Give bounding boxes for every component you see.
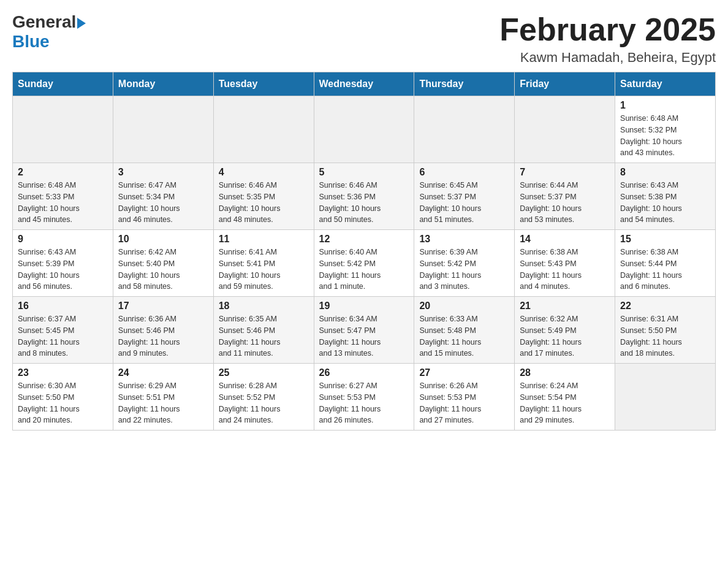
day-number: 4: [219, 167, 309, 178]
day-info: Sunrise: 6:48 AM Sunset: 5:33 PM Dayligh…: [18, 180, 108, 226]
day-number: 6: [419, 167, 509, 178]
day-number: 10: [118, 234, 208, 245]
calendar-cell: 10Sunrise: 6:42 AM Sunset: 5:40 PM Dayli…: [113, 230, 213, 297]
day-number: 7: [520, 167, 610, 178]
day-number: 16: [18, 301, 108, 312]
day-number: 9: [18, 234, 108, 245]
day-number: 26: [319, 367, 409, 378]
calendar-cell: 12Sunrise: 6:40 AM Sunset: 5:42 PM Dayli…: [314, 230, 414, 297]
calendar-cell: [414, 96, 515, 163]
logo-general-text: General: [12, 12, 76, 32]
calendar-cell: 20Sunrise: 6:33 AM Sunset: 5:48 PM Dayli…: [414, 297, 515, 364]
calendar-cell: [314, 96, 414, 163]
logo: General Blue: [12, 12, 86, 52]
calendar-cell: [113, 96, 213, 163]
day-info: Sunrise: 6:43 AM Sunset: 5:39 PM Dayligh…: [18, 247, 108, 293]
calendar-cell: 14Sunrise: 6:38 AM Sunset: 5:43 PM Dayli…: [515, 230, 615, 297]
calendar-table: SundayMondayTuesdayWednesdayThursdayFrid…: [12, 72, 716, 431]
day-info: Sunrise: 6:31 AM Sunset: 5:50 PM Dayligh…: [620, 313, 710, 359]
day-info: Sunrise: 6:34 AM Sunset: 5:47 PM Dayligh…: [319, 313, 409, 359]
day-number: 11: [219, 234, 309, 245]
calendar-cell: 21Sunrise: 6:32 AM Sunset: 5:49 PM Dayli…: [515, 297, 615, 364]
calendar-cell: [615, 364, 716, 431]
day-number: 3: [118, 167, 208, 178]
day-number: 17: [118, 301, 208, 312]
calendar-cell: 6Sunrise: 6:45 AM Sunset: 5:37 PM Daylig…: [414, 163, 515, 230]
calendar-week-row: 2Sunrise: 6:48 AM Sunset: 5:33 PM Daylig…: [13, 163, 716, 230]
calendar-cell: 26Sunrise: 6:27 AM Sunset: 5:53 PM Dayli…: [314, 364, 414, 431]
day-info: Sunrise: 6:43 AM Sunset: 5:38 PM Dayligh…: [620, 180, 710, 226]
day-info: Sunrise: 6:36 AM Sunset: 5:46 PM Dayligh…: [118, 313, 208, 359]
calendar-cell: 24Sunrise: 6:29 AM Sunset: 5:51 PM Dayli…: [113, 364, 213, 431]
calendar-cell: 3Sunrise: 6:47 AM Sunset: 5:34 PM Daylig…: [113, 163, 213, 230]
day-info: Sunrise: 6:37 AM Sunset: 5:45 PM Dayligh…: [18, 313, 108, 359]
day-info: Sunrise: 6:29 AM Sunset: 5:51 PM Dayligh…: [118, 380, 208, 426]
day-info: Sunrise: 6:38 AM Sunset: 5:44 PM Dayligh…: [620, 247, 710, 293]
day-number: 27: [419, 367, 509, 378]
weekday-header-monday: Monday: [113, 72, 213, 96]
day-number: 23: [18, 367, 108, 378]
calendar-cell: 19Sunrise: 6:34 AM Sunset: 5:47 PM Dayli…: [314, 297, 414, 364]
day-info: Sunrise: 6:42 AM Sunset: 5:40 PM Dayligh…: [118, 247, 208, 293]
day-number: 2: [18, 167, 108, 178]
day-info: Sunrise: 6:45 AM Sunset: 5:37 PM Dayligh…: [419, 180, 509, 226]
calendar-cell: 16Sunrise: 6:37 AM Sunset: 5:45 PM Dayli…: [13, 297, 113, 364]
day-number: 12: [319, 234, 409, 245]
calendar-cell: 13Sunrise: 6:39 AM Sunset: 5:42 PM Dayli…: [414, 230, 515, 297]
day-number: 19: [319, 301, 409, 312]
day-info: Sunrise: 6:46 AM Sunset: 5:36 PM Dayligh…: [319, 180, 409, 226]
day-info: Sunrise: 6:39 AM Sunset: 5:42 PM Dayligh…: [419, 247, 509, 293]
weekday-header-saturday: Saturday: [615, 72, 716, 96]
calendar-cell: 8Sunrise: 6:43 AM Sunset: 5:38 PM Daylig…: [615, 163, 716, 230]
day-info: Sunrise: 6:24 AM Sunset: 5:54 PM Dayligh…: [520, 380, 610, 426]
page-header: General Blue February 2025 Kawm Hamadah,…: [12, 12, 716, 66]
day-info: Sunrise: 6:46 AM Sunset: 5:35 PM Dayligh…: [219, 180, 309, 226]
calendar-cell: 17Sunrise: 6:36 AM Sunset: 5:46 PM Dayli…: [113, 297, 213, 364]
day-number: 22: [620, 301, 710, 312]
day-info: Sunrise: 6:35 AM Sunset: 5:46 PM Dayligh…: [219, 313, 309, 359]
location-text: Kawm Hamadah, Beheira, Egypt: [499, 50, 716, 66]
day-number: 1: [620, 100, 710, 111]
calendar-cell: 9Sunrise: 6:43 AM Sunset: 5:39 PM Daylig…: [13, 230, 113, 297]
weekday-header-sunday: Sunday: [13, 72, 113, 96]
day-number: 18: [219, 301, 309, 312]
day-number: 28: [520, 367, 610, 378]
day-number: 13: [419, 234, 509, 245]
day-number: 25: [219, 367, 309, 378]
calendar-cell: 18Sunrise: 6:35 AM Sunset: 5:46 PM Dayli…: [213, 297, 314, 364]
day-number: 5: [319, 167, 409, 178]
calendar-cell: 5Sunrise: 6:46 AM Sunset: 5:36 PM Daylig…: [314, 163, 414, 230]
calendar-cell: 23Sunrise: 6:30 AM Sunset: 5:50 PM Dayli…: [13, 364, 113, 431]
calendar-cell: 28Sunrise: 6:24 AM Sunset: 5:54 PM Dayli…: [515, 364, 615, 431]
calendar-week-row: 9Sunrise: 6:43 AM Sunset: 5:39 PM Daylig…: [13, 230, 716, 297]
title-section: February 2025 Kawm Hamadah, Beheira, Egy…: [499, 12, 716, 66]
day-info: Sunrise: 6:28 AM Sunset: 5:52 PM Dayligh…: [219, 380, 309, 426]
calendar-week-row: 16Sunrise: 6:37 AM Sunset: 5:45 PM Dayli…: [13, 297, 716, 364]
day-number: 24: [118, 367, 208, 378]
day-info: Sunrise: 6:30 AM Sunset: 5:50 PM Dayligh…: [18, 380, 108, 426]
calendar-cell: 4Sunrise: 6:46 AM Sunset: 5:35 PM Daylig…: [213, 163, 314, 230]
day-info: Sunrise: 6:33 AM Sunset: 5:48 PM Dayligh…: [419, 313, 509, 359]
day-number: 14: [520, 234, 610, 245]
day-number: 8: [620, 167, 710, 178]
calendar-cell: 27Sunrise: 6:26 AM Sunset: 5:53 PM Dayli…: [414, 364, 515, 431]
day-info: Sunrise: 6:27 AM Sunset: 5:53 PM Dayligh…: [319, 380, 409, 426]
day-info: Sunrise: 6:32 AM Sunset: 5:49 PM Dayligh…: [520, 313, 610, 359]
calendar-cell: [515, 96, 615, 163]
weekday-header-friday: Friday: [515, 72, 615, 96]
day-number: 15: [620, 234, 710, 245]
day-number: 21: [520, 301, 610, 312]
calendar-week-row: 23Sunrise: 6:30 AM Sunset: 5:50 PM Dayli…: [13, 364, 716, 431]
month-title: February 2025: [499, 12, 716, 47]
calendar-cell: 25Sunrise: 6:28 AM Sunset: 5:52 PM Dayli…: [213, 364, 314, 431]
weekday-header-wednesday: Wednesday: [314, 72, 414, 96]
weekday-header-tuesday: Tuesday: [213, 72, 314, 96]
weekday-header-thursday: Thursday: [414, 72, 515, 96]
calendar-cell: 1Sunrise: 6:48 AM Sunset: 5:32 PM Daylig…: [615, 96, 716, 163]
calendar-cell: [213, 96, 314, 163]
weekday-header-row: SundayMondayTuesdayWednesdayThursdayFrid…: [13, 72, 716, 96]
day-info: Sunrise: 6:26 AM Sunset: 5:53 PM Dayligh…: [419, 380, 509, 426]
calendar-cell: 7Sunrise: 6:44 AM Sunset: 5:37 PM Daylig…: [515, 163, 615, 230]
calendar-cell: 15Sunrise: 6:38 AM Sunset: 5:44 PM Dayli…: [615, 230, 716, 297]
logo-arrow-icon: [77, 18, 86, 29]
